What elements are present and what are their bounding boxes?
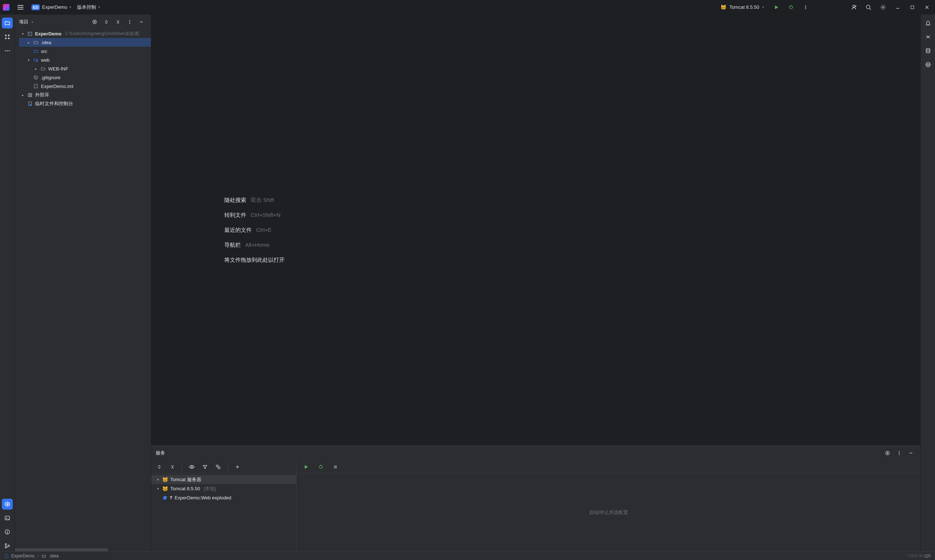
collapse-all-button[interactable] bbox=[113, 17, 123, 27]
focus-button[interactable] bbox=[883, 448, 893, 458]
chevron-down-icon[interactable]: ▾ bbox=[26, 58, 31, 62]
main-menu-button[interactable] bbox=[15, 2, 26, 12]
search-button[interactable] bbox=[863, 2, 873, 12]
svg-rect-64 bbox=[334, 465, 337, 468]
project-panel-header: 项目 ▾ bbox=[15, 15, 151, 29]
stop-service-button[interactable] bbox=[330, 462, 341, 472]
terminal-tool-button[interactable] bbox=[2, 512, 13, 523]
tomcat-icon: 🐱 bbox=[162, 486, 168, 491]
titlebar: ED ExperDemo ▾ 版本控制 ▾ 🐱 Tomcat 8.5.50 ▾ bbox=[0, 0, 935, 15]
chevron-down-icon[interactable]: ▾ bbox=[31, 20, 33, 24]
hide-panel-button[interactable] bbox=[906, 448, 916, 458]
services-tool-button[interactable] bbox=[2, 498, 13, 509]
folder-icon bbox=[40, 66, 46, 72]
chevron-down-icon[interactable]: ▾ bbox=[20, 32, 25, 36]
collapse-all-button[interactable] bbox=[167, 462, 177, 472]
svg-point-36 bbox=[130, 23, 130, 24]
expand-all-button[interactable] bbox=[101, 17, 111, 27]
main-area: 项目 ▾ ▾ bbox=[0, 15, 935, 551]
service-label: Tomcat 8.5.50 bbox=[170, 486, 200, 491]
settings-button[interactable] bbox=[878, 2, 888, 12]
svg-line-3 bbox=[792, 6, 793, 7]
tree-root[interactable]: ▾ ExperDemo C:\Users\hongmeng\OneDrive\桌… bbox=[19, 29, 151, 38]
tree-node-iml[interactable]: ExperDemo.iml bbox=[19, 82, 151, 91]
ai-assistant-button[interactable] bbox=[923, 31, 933, 42]
run-config-selector[interactable]: 🐱 Tomcat 8.5.50 ▾ bbox=[717, 4, 767, 11]
run-service-button[interactable] bbox=[301, 462, 311, 472]
tree-node-idea[interactable]: ▸ .idea bbox=[19, 38, 151, 47]
chevron-down-icon[interactable]: ▾ bbox=[156, 487, 160, 491]
vcs-dropdown[interactable]: 版本控制 ▾ bbox=[77, 4, 100, 11]
services-tree[interactable]: ▾ 🐱 Tomcat 服务器 ▾ 🐱 Tomcat 8.5.50 [本地] bbox=[151, 474, 296, 551]
select-opened-file-button[interactable] bbox=[89, 17, 100, 27]
service-artifact[interactable]: ? ExperDemo:Web exploded bbox=[151, 493, 296, 502]
project-dropdown[interactable]: ED ExperDemo ▾ bbox=[31, 5, 71, 10]
module-icon: ▢ bbox=[5, 554, 8, 558]
service-label: Tomcat 服务器 bbox=[170, 476, 201, 483]
horizontal-scrollbar[interactable] bbox=[15, 548, 108, 551]
svg-point-68 bbox=[929, 64, 929, 65]
empty-editor-hints: 随处搜索 双击 Shift 转到文件 Ctrl+Shift+N 最近的文件 Ct… bbox=[151, 15, 920, 445]
chevron-right-icon[interactable]: ▸ bbox=[34, 67, 38, 71]
structure-tool-button[interactable] bbox=[2, 31, 13, 42]
chevron-right-icon[interactable]: ▸ bbox=[26, 40, 31, 45]
service-tomcat-group[interactable]: ▾ 🐱 Tomcat 服务器 bbox=[151, 475, 296, 484]
svg-point-5 bbox=[805, 6, 806, 8]
problems-tool-button[interactable] bbox=[2, 526, 13, 537]
more-actions-button[interactable] bbox=[801, 2, 811, 12]
folder-icon bbox=[33, 39, 39, 45]
more-tools-button[interactable] bbox=[2, 45, 13, 56]
svg-point-4 bbox=[805, 5, 806, 6]
meetbrains-button[interactable] bbox=[923, 59, 933, 70]
debug-service-button[interactable] bbox=[316, 462, 326, 472]
hide-panel-button[interactable] bbox=[136, 17, 147, 27]
expand-all-button[interactable] bbox=[154, 462, 164, 472]
chevron-right-icon[interactable]: ▸ bbox=[20, 93, 25, 97]
right-tool-rail bbox=[920, 15, 935, 551]
svg-point-28 bbox=[7, 532, 8, 533]
tree-node-scratches[interactable]: 临时文件和控制台 bbox=[19, 99, 151, 108]
svg-point-23 bbox=[8, 51, 9, 51]
notifications-button[interactable] bbox=[923, 17, 933, 28]
svg-rect-39 bbox=[29, 33, 30, 34]
vcs-tool-button[interactable] bbox=[2, 540, 13, 551]
folder-icon bbox=[42, 554, 46, 558]
run-button[interactable] bbox=[771, 2, 782, 12]
breadcrumb-project[interactable]: ExperDemo bbox=[11, 554, 34, 558]
service-tomcat-instance[interactable]: ▾ 🐱 Tomcat 8.5.50 [本地] bbox=[151, 484, 296, 493]
group-button[interactable] bbox=[213, 462, 223, 472]
close-window-button[interactable] bbox=[922, 2, 932, 12]
project-tree[interactable]: ▾ ExperDemo C:\Users\hongmeng\OneDrive\桌… bbox=[15, 29, 151, 548]
show-button[interactable] bbox=[187, 462, 197, 472]
tree-node-src[interactable]: src bbox=[19, 47, 151, 55]
svg-point-35 bbox=[130, 22, 130, 22]
minimize-window-button[interactable] bbox=[893, 2, 903, 12]
chevron-down-icon[interactable]: ▾ bbox=[156, 477, 160, 482]
svg-rect-20 bbox=[8, 38, 9, 39]
hint-goto-file: 转到文件 Ctrl+Shift+N bbox=[224, 212, 281, 218]
service-label: ExperDemo:Web exploded bbox=[174, 495, 231, 500]
project-tool-button[interactable] bbox=[2, 17, 13, 28]
filter-button[interactable] bbox=[200, 462, 210, 472]
maximize-window-button[interactable] bbox=[907, 2, 918, 12]
scratches-icon bbox=[27, 101, 33, 106]
code-with-me-button[interactable] bbox=[849, 2, 859, 12]
panel-options-button[interactable] bbox=[125, 17, 135, 27]
tree-label: web bbox=[41, 57, 50, 63]
tree-node-web[interactable]: ▾ web bbox=[19, 55, 151, 64]
tree-label: .gitignore bbox=[41, 75, 60, 80]
svg-rect-17 bbox=[5, 35, 6, 36]
tree-root-label: ExperDemo bbox=[35, 31, 62, 37]
tree-node-external-libs[interactable]: ▸ 外部库 bbox=[19, 91, 151, 99]
add-service-button[interactable] bbox=[232, 462, 242, 472]
services-body: ▾ 🐱 Tomcat 服务器 ▾ 🐱 Tomcat 8.5.50 [本地] bbox=[151, 460, 920, 551]
panel-options-button[interactable] bbox=[894, 448, 904, 458]
svg-point-50 bbox=[887, 453, 888, 454]
breadcrumb-folder[interactable]: .idea bbox=[49, 554, 59, 558]
watermark: CSDN 原创 鸿 bbox=[907, 554, 930, 558]
debug-button[interactable] bbox=[786, 2, 796, 12]
tree-node-gitignore[interactable]: .gitignore bbox=[19, 73, 151, 82]
svg-rect-14 bbox=[911, 6, 914, 9]
tree-node-webinf[interactable]: ▸ WEB-INF bbox=[19, 64, 151, 73]
database-button[interactable] bbox=[923, 45, 933, 56]
